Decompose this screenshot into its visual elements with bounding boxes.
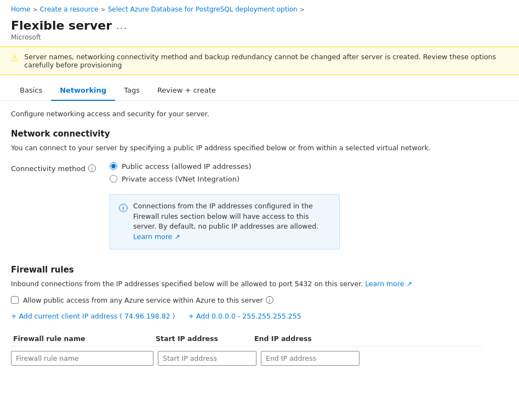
breadcrumb-sep-3: > <box>300 6 305 13</box>
public-access-checkbox-row: Allow public access from any Azure servi… <box>11 296 482 304</box>
firewall-rules-title: Firewall rules <box>11 265 482 275</box>
firewall-rule-name-input[interactable] <box>11 351 153 366</box>
breadcrumb-sep-2: > <box>100 6 105 13</box>
add-ip-links: + Add current client IP address ( 74.96.… <box>11 312 482 320</box>
content-area: Configure networking access and security… <box>0 101 493 374</box>
tabs-container: Basics Networking Tags Review + create <box>0 81 519 101</box>
tab-tags[interactable]: Tags <box>115 81 149 101</box>
firewall-rules-section: Firewall rules Inbound connections from … <box>11 265 482 366</box>
end-ip-input[interactable] <box>261 351 360 366</box>
from-within-text: from within <box>298 144 337 152</box>
warning-icon: ⚠ <box>11 53 19 64</box>
warning-banner: ⚠ Server names, networking connectivity … <box>0 47 519 75</box>
checkbox-info-icon[interactable]: i <box>266 296 273 304</box>
public-access-checkbox[interactable] <box>11 296 19 304</box>
connectivity-info-icon[interactable]: i <box>88 164 96 172</box>
connectivity-method-label: Connectivity method i <box>11 162 99 173</box>
page-subtitle: Microsoft <box>0 33 519 47</box>
page-title: Flexible server <box>11 19 112 32</box>
info-box-icon: ⓘ <box>119 202 128 242</box>
public-access-label: Allow public access from any Azure servi… <box>23 296 273 304</box>
firewall-table-row <box>11 351 482 366</box>
radio-private-access[interactable]: Private access (VNet Integration) <box>110 175 340 183</box>
col-header-rule-name: Firewall rule name <box>11 334 153 343</box>
radio-public-input[interactable] <box>110 162 117 170</box>
tab-networking[interactable]: Networking <box>51 81 115 101</box>
radio-public-access[interactable]: Public access (allowed IP addresses) <box>110 162 340 171</box>
tab-review-create[interactable]: Review + create <box>149 81 225 101</box>
connectivity-radio-group: Public access (allowed IP addresses) Pri… <box>110 162 340 249</box>
breadcrumb-select-deployment[interactable]: Select Azure Database for PostgreSQL dep… <box>108 5 298 13</box>
warning-text: Server names, networking connectivity me… <box>24 53 508 69</box>
connectivity-text: You can connect to your server by specif… <box>11 143 482 154</box>
firewall-table-header: Firewall rule name Start IP address End … <box>11 331 482 347</box>
more-options-icon[interactable]: ... <box>116 20 127 31</box>
radio-private-input[interactable] <box>110 175 117 183</box>
col-header-end-ip: End IP address <box>252 334 351 343</box>
connectivity-method-row: Connectivity method i Public access (all… <box>11 162 482 249</box>
page-header: Flexible server ... <box>0 16 519 33</box>
info-box: ⓘ Connections from the IP addresses conf… <box>110 194 340 249</box>
col-header-start-ip: Start IP address <box>153 334 252 343</box>
network-connectivity-title: Network connectivity <box>11 129 482 139</box>
info-box-text: Connections from the IP addresses config… <box>133 201 330 242</box>
section-description: Configure networking access and security… <box>11 110 482 118</box>
info-box-learn-more[interactable]: Learn more ↗ <box>133 232 180 241</box>
firewall-description: Inbound connections from the IP addresse… <box>11 279 482 290</box>
breadcrumb-home[interactable]: Home <box>11 5 30 13</box>
add-range-link[interactable]: + Add 0.0.0.0 - 255.255.255.255 <box>188 312 301 320</box>
breadcrumb-sep-1: > <box>32 6 37 13</box>
tab-basics[interactable]: Basics <box>11 81 51 101</box>
firewall-learn-more[interactable]: Learn more ↗ <box>365 280 412 288</box>
breadcrumb: Home > Create a resource > Select Azure … <box>0 0 519 16</box>
add-current-ip-link[interactable]: + Add current client IP address ( 74.96.… <box>11 312 175 320</box>
start-ip-input[interactable] <box>158 351 256 366</box>
breadcrumb-create-resource[interactable]: Create a resource <box>40 5 99 13</box>
